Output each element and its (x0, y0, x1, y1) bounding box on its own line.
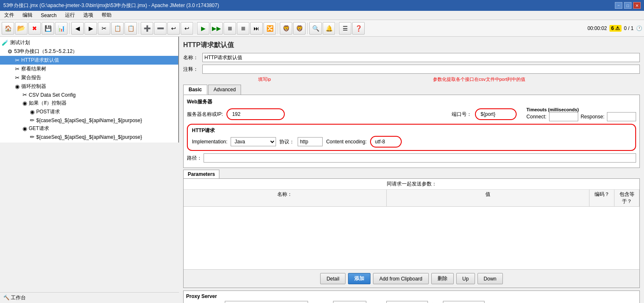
proxy-server-input[interactable] (225, 301, 308, 303)
response-input[interactable] (607, 112, 636, 121)
tree-item-post-sub[interactable]: ✏ ${caseSeq}_${apiSeq}_${apiName}_${purp… (0, 116, 178, 124)
timer-display: 00:00:02 6 ⚠ 0 / 1 🕐 (587, 25, 642, 32)
toolbar-collapse[interactable]: ➖ (154, 22, 167, 35)
menu-file[interactable]: 文件 (2, 11, 17, 19)
encoding-input[interactable] (373, 137, 398, 146)
tree-item-aggregate[interactable]: ✂ 聚合报告 (0, 73, 178, 82)
toolbar-save[interactable]: 💾 (42, 22, 54, 35)
api53-icon: ⚙ (7, 48, 12, 55)
post-label: POST请求 (36, 108, 60, 115)
col-value: 值 (387, 190, 590, 206)
delete-button[interactable]: 删除 (431, 273, 454, 284)
toolbar-sep1 (69, 23, 70, 34)
toolbar-undo[interactable]: ↩ (167, 22, 180, 35)
connect-input[interactable] (549, 112, 578, 121)
tab-basic[interactable]: Basic (183, 85, 207, 95)
detail-button[interactable]: Detail (320, 273, 346, 284)
toolbar-sep2 (139, 23, 139, 34)
name-input[interactable] (202, 53, 640, 62)
encoding-highlight (370, 136, 402, 148)
down-button[interactable]: Down (477, 273, 503, 284)
toolbar-lion2[interactable]: 🦁 (293, 22, 306, 35)
close-button[interactable]: ✕ (633, 2, 641, 9)
toolbar-back[interactable]: ◀ (71, 22, 84, 35)
tree-item-get-sub[interactable]: ✏ ${caseSeq}_${apiSeq}_${apiName}_${purp… (0, 133, 178, 141)
toolbar-cut[interactable]: ✂ (98, 22, 110, 35)
timer-value: 00:00:02 (587, 25, 607, 31)
proxy-user-input[interactable] (386, 301, 428, 303)
tree-item-view-results[interactable]: ✂ 察看结果树 (0, 65, 178, 73)
clock-icon: 🕐 (636, 25, 642, 31)
comment-input[interactable] (202, 65, 640, 74)
toolbar-new[interactable]: 🏠 (2, 22, 14, 35)
toolbar: 🏠 📂 ✖ 💾 📊 ◀ ▶ ✂ 📋 📋 ➕ ➖ ↩ ↩ ▶ ▶▶ ⏹ ⏹ ⏭ 🔀… (0, 20, 644, 37)
params-header: 同请求一起发送参数： (184, 179, 639, 190)
toolbar-paste[interactable]: 📋 (124, 22, 137, 35)
tree-item-if-ctrl[interactable]: ◉ 如果（If）控制器 (0, 99, 178, 108)
tree-item-get-req[interactable]: ◉ GET请求 (0, 124, 178, 133)
tree-item-api53[interactable]: ⚙ 53申办接口（5.2.5~5.2.12） (0, 47, 178, 56)
toolbar-run[interactable]: ▶ (197, 22, 209, 35)
toolbar-shuffle[interactable]: 🔀 (264, 22, 276, 35)
implementation-select[interactable]: Java HTTPClient4 HTTPClient3.1 (231, 137, 276, 146)
timeouts-row: Connect: Response: (527, 112, 636, 121)
progress-display: 0 / 1 (624, 25, 634, 31)
port-input[interactable] (479, 110, 512, 119)
up-button[interactable]: Up (456, 273, 475, 284)
toolbar-forward[interactable]: ▶ (85, 22, 97, 35)
toolbar-stop2[interactable]: ⏹ (224, 22, 236, 35)
toolbar-copy[interactable]: 📋 (111, 22, 124, 35)
loop-icon: ◉ (15, 83, 20, 90)
csv-label: CSV Data Set Config (29, 92, 76, 98)
menu-edit[interactable]: 编辑 (20, 11, 35, 19)
server-ip-label: 服务器名称或IP: (187, 111, 223, 118)
toolbar-help[interactable]: ❓ (352, 22, 365, 35)
proxy-pass-input[interactable] (443, 301, 485, 303)
toolbar-chart[interactable]: 📊 (55, 22, 67, 35)
toolbar-search[interactable]: 🔍 (309, 22, 322, 35)
col-include: 包含等于？ (614, 190, 639, 206)
path-input[interactable] (204, 153, 636, 163)
http-default-icon: ✂ (15, 57, 20, 63)
menu-help[interactable]: 帮助 (99, 11, 114, 19)
tree-item-loop-ctrl[interactable]: ◉ 循环控制器 (0, 82, 178, 91)
path-row: 路径： (187, 153, 636, 163)
tree-item-http-default[interactable]: ✂ HTTP请求默认值 (0, 56, 178, 65)
toolbar-list[interactable]: ☰ (339, 22, 351, 35)
toolbar-open[interactable]: 📂 (15, 22, 27, 35)
tab-advanced[interactable]: Advanced (208, 85, 241, 95)
toolbar-expand[interactable]: ➕ (141, 22, 153, 35)
comment-label: 注释： (183, 66, 200, 73)
toolbar-redo[interactable]: ↩ (181, 22, 193, 35)
view-results-icon: ✂ (15, 66, 20, 72)
server-ip-input[interactable] (231, 110, 281, 119)
proxy-port-input[interactable] (333, 301, 366, 303)
bottom-buttons: Detail 添加 Add from Clipboard 删除 Up Down (184, 269, 639, 288)
toolbar-bell[interactable]: 🔔 (323, 22, 335, 35)
toolbar-stop[interactable]: ✖ (28, 22, 41, 35)
tree-item-csv[interactable]: ✂ CSV Data Set Config (0, 91, 178, 99)
tree-item-post-req[interactable]: ◉ POST请求 (0, 108, 178, 116)
aggregate-icon: ✂ (15, 75, 20, 81)
param-tab-parameters[interactable]: Parameters (183, 170, 219, 178)
proxy-title: Proxy Server (186, 293, 637, 299)
response-label: Response: (581, 114, 604, 120)
toolbar-stop3[interactable]: ⏹ (237, 22, 249, 35)
proxy-section: Proxy Server 服务器名称或IP: 端口号： 用户名 密码 (183, 290, 640, 303)
add-clipboard-button[interactable]: Add from Clipboard (373, 273, 428, 284)
menu-options[interactable]: 选项 (81, 11, 96, 19)
name-label: 名称： (183, 54, 200, 61)
toolbar-remote[interactable]: ⏭ (250, 22, 263, 35)
protocol-input[interactable] (298, 137, 323, 146)
menu-search[interactable]: Search (38, 12, 59, 19)
connect-label: Connect: (527, 114, 547, 120)
path-label: 路径： (187, 155, 202, 162)
menu-run[interactable]: 运行 (62, 11, 77, 19)
add-button[interactable]: 添加 (348, 273, 370, 284)
toolbar-run-all[interactable]: ▶▶ (210, 22, 223, 35)
toolbar-lion1[interactable]: 🦁 (280, 22, 292, 35)
tree-item-test-plan[interactable]: 🧪 测试计划 (0, 38, 178, 47)
minimize-button[interactable]: － (615, 2, 622, 9)
maximize-button[interactable]: □ (624, 2, 632, 9)
view-results-label: 察看结果树 (21, 65, 46, 73)
